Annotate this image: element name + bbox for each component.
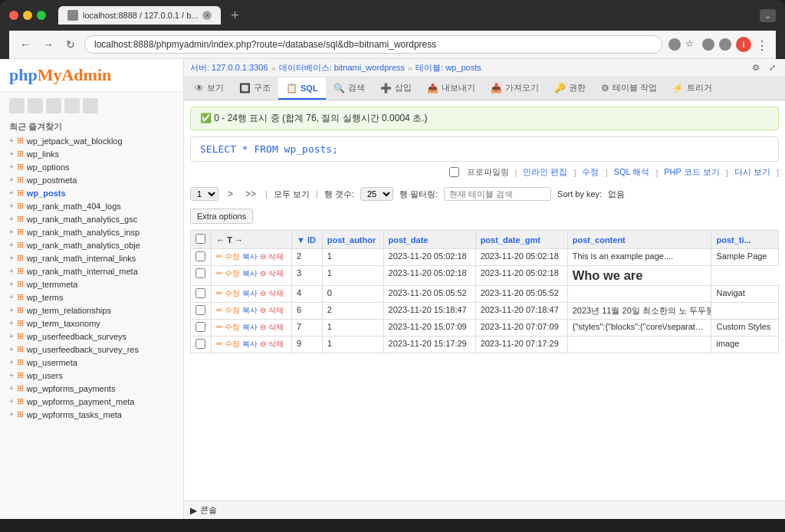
new-tab-button[interactable]: +	[225, 6, 244, 25]
sidebar-item-21[interactable]: +⊞wp_wpforms_tasks_meta	[0, 408, 183, 421]
sidebar-item-18[interactable]: +⊞wp_users	[0, 369, 183, 382]
address-input[interactable]	[84, 35, 662, 54]
tab-export[interactable]: 📤내보내기	[419, 77, 483, 100]
tab-view[interactable]: 👁보기	[187, 77, 232, 100]
delete-btn-5[interactable]: ⊖ 삭제	[260, 340, 284, 348]
breadcrumb-table[interactable]: 테이블: wp_posts	[415, 62, 481, 74]
prev-page-btn[interactable]: >	[225, 188, 236, 200]
select-all-checkbox[interactable]	[195, 234, 205, 244]
row-select-5[interactable]	[195, 339, 205, 349]
pma-settings-icon[interactable]	[64, 98, 80, 113]
sql-parse-link[interactable]: SQL 해석	[614, 166, 650, 178]
pma-home-icon[interactable]	[9, 98, 25, 113]
breadcrumb-database[interactable]: 데이터베이스: bitnami_wordpress	[279, 62, 405, 74]
col-post-content[interactable]: post_content	[567, 231, 711, 249]
profile-checkbox[interactable]	[449, 167, 459, 177]
row-select-3[interactable]	[195, 305, 205, 315]
php-code-link[interactable]: PHP 코드 보기	[664, 166, 720, 178]
sidebar-item-19[interactable]: +⊞wp_wpforms_payments	[0, 382, 183, 395]
col-id[interactable]: ▼ ID	[292, 231, 323, 249]
edit-btn-4[interactable]: ✏ 수정	[216, 323, 240, 331]
sidebar-item-11[interactable]: +⊞wp_termmeta	[0, 277, 183, 291]
sidebar-item-16[interactable]: +⊞wp_userfeedback_survey_res	[0, 343, 183, 356]
copy-btn-0[interactable]: 복사	[242, 252, 258, 261]
row-select-1[interactable]	[195, 268, 205, 278]
refresh-link[interactable]: 다시 보기	[734, 166, 770, 178]
extra-options-button[interactable]: Extra options	[190, 209, 253, 224]
col-post-date-gmt[interactable]: post_date_gmt	[475, 231, 567, 249]
sidebar-item-7[interactable]: +⊞wp_rank_math_analytics_insp	[0, 225, 183, 238]
breadcrumb-server[interactable]: 서버: 127.0.0.1:3306	[190, 62, 268, 74]
tab-search[interactable]: 🔍검색	[326, 77, 373, 100]
page-select[interactable]: 1	[190, 187, 218, 201]
forward-button[interactable]: →	[40, 37, 57, 52]
sidebar-item-8[interactable]: +⊞wp_rank_math_analytics_obje	[0, 238, 183, 251]
sidebar-item-14[interactable]: +⊞wp_term_taxonomy	[0, 317, 183, 330]
filter-input[interactable]	[444, 187, 551, 201]
maximize-button[interactable]	[37, 11, 46, 20]
delete-btn-0[interactable]: ⊖ 삭제	[260, 252, 284, 261]
col-post-date[interactable]: post_date	[383, 231, 475, 249]
tab-expand-button[interactable]: ⌄	[760, 9, 776, 22]
delete-btn-1[interactable]: ⊖ 삭제	[260, 269, 284, 277]
copy-btn-5[interactable]: 복사	[242, 340, 258, 348]
sidebar-item-0[interactable]: +⊞wp_jetpack_wat_blocklog	[0, 134, 183, 147]
row-select-0[interactable]	[195, 251, 205, 261]
bookmark-icon[interactable]: ☆	[685, 38, 698, 51]
edit-btn-0[interactable]: ✏ 수정	[216, 252, 240, 261]
col-post-author[interactable]: post_author	[322, 231, 383, 249]
sidebar-item-15[interactable]: +⊞wp_userfeedback_surveys	[0, 330, 183, 343]
sidebar-item-17[interactable]: +⊞wp_usermeta	[0, 356, 183, 369]
pma-info-icon[interactable]	[83, 98, 98, 113]
browser-menu-icon[interactable]	[719, 38, 731, 51]
sidebar-item-20[interactable]: +⊞wp_wpforms_payment_meta	[0, 395, 183, 408]
edit-btn-3[interactable]: ✏ 수정	[216, 306, 240, 314]
expand-icon-btn[interactable]: ⤢	[766, 62, 779, 74]
back-button[interactable]: ←	[17, 37, 34, 52]
delete-btn-4[interactable]: ⊖ 삭제	[260, 323, 284, 331]
pma-user-icon[interactable]	[46, 98, 61, 113]
col-left-arrow[interactable]: ←	[216, 235, 225, 245]
tab-triggers[interactable]: ⚡트리거	[665, 77, 720, 100]
tab-sql[interactable]: 📋SQL	[278, 77, 326, 100]
profile-icon[interactable]: i	[736, 37, 751, 52]
reload-button[interactable]: ↻	[63, 37, 78, 52]
sidebar-item-13[interactable]: +⊞wp_term_relationships	[0, 304, 183, 317]
sidebar-item-5[interactable]: +⊞wp_rank_math_404_logs	[0, 199, 183, 212]
tab-privileges[interactable]: 🔑권한	[547, 77, 593, 100]
sidebar-item-1[interactable]: +⊞wp_links	[0, 147, 183, 160]
sidebar-item-3[interactable]: +⊞wp_postmeta	[0, 173, 183, 186]
edit-btn-1[interactable]: ✏ 수정	[216, 269, 240, 277]
tab-structure[interactable]: 🔲구조	[232, 77, 278, 100]
col-right-arrow[interactable]: →	[235, 235, 243, 245]
minimize-button[interactable]	[23, 11, 32, 20]
copy-btn-3[interactable]: 복사	[242, 306, 258, 314]
tab-operations[interactable]: ⚙테이블 작업	[593, 77, 665, 100]
delete-btn-2[interactable]: ⊖ 삭제	[260, 289, 284, 297]
row-select-2[interactable]	[195, 288, 205, 298]
sidebar-item-6[interactable]: +⊞wp_rank_math_analytics_gsc	[0, 212, 183, 225]
tab-close-icon[interactable]: ×	[202, 11, 212, 20]
more-icon[interactable]: ⋮	[756, 38, 768, 51]
edit-btn-2[interactable]: ✏ 수정	[216, 289, 240, 297]
edit-btn-5[interactable]: ✏ 수정	[216, 340, 240, 348]
copy-btn-2[interactable]: 복사	[242, 289, 258, 297]
sidebar-item-10[interactable]: +⊞wp_rank_math_internal_meta	[0, 264, 183, 277]
copy-btn-1[interactable]: 복사	[242, 269, 258, 277]
tab-insert[interactable]: ➕삽입	[373, 77, 419, 100]
tab-import[interactable]: 📥가져오기	[483, 77, 547, 100]
row-select-4[interactable]	[195, 322, 205, 332]
sidebar-item-9[interactable]: +⊞wp_rank_math_internal_links	[0, 251, 183, 264]
row-count-select[interactable]: 25	[360, 187, 393, 201]
sidebar-item-2[interactable]: +⊞wp_options	[0, 160, 183, 173]
edit-link[interactable]: 수정	[582, 166, 599, 178]
browser-tab-active[interactable]: localhost:8888 / 127.0.0.1 / b... ×	[58, 6, 221, 25]
pma-db-icon[interactable]	[28, 98, 43, 113]
sidebar-item-4[interactable]: +⊞wp_posts	[0, 186, 183, 199]
settings-icon-btn[interactable]: ⚙	[749, 62, 763, 74]
sidebar-item-12[interactable]: +⊞wp_terms	[0, 291, 183, 304]
next-page-btn[interactable]: >>	[242, 188, 259, 200]
delete-btn-3[interactable]: ⊖ 삭제	[260, 306, 284, 314]
console-label[interactable]: 콘솔	[200, 504, 217, 516]
col-post-title[interactable]: post_ti...	[711, 231, 779, 249]
